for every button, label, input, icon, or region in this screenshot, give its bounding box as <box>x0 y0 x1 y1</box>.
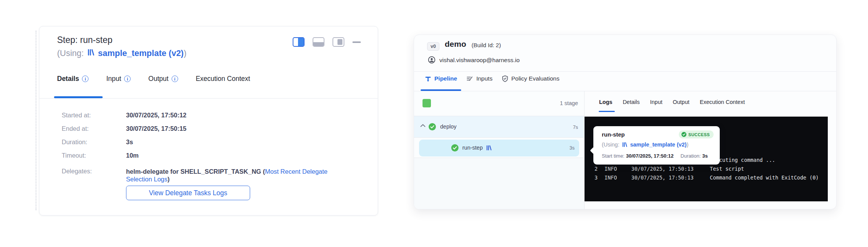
tab-output[interactable]: Output <box>673 99 689 105</box>
tab-policy-evaluations[interactable]: Policy Evaluations <box>502 75 560 82</box>
log-tabs: Logs Details Input Output Execution Cont… <box>599 99 745 105</box>
step-duration: 3s <box>570 145 575 151</box>
chevron-up-icon <box>420 124 426 127</box>
build-id: (Build Id: 2) <box>472 42 501 48</box>
info-icon[interactable]: i <box>124 76 131 82</box>
bottom-panel-icon[interactable] <box>313 37 324 47</box>
version-badge: v0 <box>427 42 439 51</box>
success-status-badge: SUCCESS <box>679 130 714 138</box>
tab-logs[interactable]: Logs <box>599 99 613 105</box>
stage-status-square[interactable] <box>423 99 431 107</box>
template-link[interactable]: sample_template (v2) <box>630 142 686 148</box>
minimize-icon[interactable] <box>352 41 361 43</box>
shield-check-icon <box>502 75 508 82</box>
split-view-icon[interactable] <box>293 37 305 47</box>
info-icon[interactable]: i <box>82 76 88 82</box>
ended-at-label: Ended at: <box>62 125 89 132</box>
ended-at-value: 30/07/2025, 17:50:15 <box>126 125 187 132</box>
user-email: vishal.vishwaroop@harness.io <box>439 57 520 64</box>
tab-pipeline[interactable]: Pipeline <box>425 75 457 82</box>
stage-duration: 7s <box>573 125 578 130</box>
right-panel-icon[interactable] <box>332 37 344 47</box>
active-tab-underline <box>421 89 461 91</box>
duration-label: Duration: <box>62 138 87 146</box>
active-tab-underline <box>599 111 615 112</box>
pipeline-title: demo <box>445 40 466 49</box>
success-check-icon <box>429 123 436 130</box>
stage-name: deploy <box>440 123 457 130</box>
template-link[interactable]: sample_template (v2) <box>98 48 184 58</box>
duration-value: 3s <box>126 138 133 146</box>
inputs-icon <box>466 75 473 82</box>
view-delegate-tasks-logs-button[interactable]: View Delegate Tasks Logs <box>126 186 250 200</box>
step-name: run-step <box>462 145 483 151</box>
started-at-label: Started at: <box>62 112 91 119</box>
log-line: 3INFO30/07/2025, 17:50:13Command complet… <box>594 173 828 182</box>
tab-input[interactable]: Input i <box>106 75 131 83</box>
step-title: Step: run-step <box>57 35 112 45</box>
divider <box>414 137 584 138</box>
started-at-value: 30/07/2025, 17:50:12 <box>126 112 187 119</box>
pipeline-icon <box>425 76 431 82</box>
timeout-value: 10m <box>126 152 139 159</box>
stage-tree: 1 stage deploy 7s run-step 3s <box>414 91 585 209</box>
divider <box>39 98 378 99</box>
tooltip-step-name: run-step <box>602 131 625 138</box>
template-icon <box>622 142 627 147</box>
panel-layout-controls <box>293 37 361 47</box>
tab-execution-context[interactable]: Execution Context <box>700 99 745 105</box>
using-prefix: (Using: <box>57 48 84 58</box>
step-details-card: Step: run-step (Using: sample_template (… <box>39 26 378 216</box>
tab-inputs[interactable]: Inputs <box>466 75 492 82</box>
delegates-label: Delegates: <box>62 168 92 175</box>
stage-count: 1 stage <box>560 100 578 106</box>
tooltip-meta: Start time: 30/07/2025, 17:50:12 Duratio… <box>602 153 708 159</box>
execution-tabs: Pipeline Inputs Policy Evaluations <box>425 75 559 82</box>
step-row-run-step[interactable]: run-step 3s <box>419 140 579 156</box>
step-using-line: (Using: sample_template (v2)) <box>57 48 187 58</box>
execution-panel: v0 demo (Build Id: 2) vishal.vishwaroop@… <box>414 35 837 209</box>
timeout-label: Timeout: <box>62 152 86 159</box>
template-icon <box>486 145 492 151</box>
log-line: 2INFO30/07/2025, 17:50:13Test script <box>594 165 828 173</box>
resize-handle[interactable] <box>36 31 36 210</box>
info-icon[interactable]: i <box>172 76 178 82</box>
divider <box>414 71 836 72</box>
step-tabs: Details i Input i Output i Execution Con… <box>57 75 250 83</box>
stage-row-deploy[interactable]: deploy 7s <box>414 116 584 137</box>
tab-execution-context[interactable]: Execution Context <box>196 75 250 83</box>
using-suffix: ) <box>183 48 186 58</box>
template-icon <box>87 48 95 58</box>
tab-details[interactable]: Details <box>623 99 640 105</box>
user-icon <box>428 56 436 65</box>
step-tooltip: run-step SUCCESS (Using: sample_template… <box>593 126 720 165</box>
tooltip-using-line: (Using: sample_template (v2)) <box>602 142 688 148</box>
tab-output[interactable]: Output i <box>148 75 178 83</box>
success-check-icon <box>681 132 686 137</box>
tab-input[interactable]: Input <box>650 99 662 105</box>
stage-tree-empty-area <box>414 158 584 209</box>
tab-details[interactable]: Details i <box>57 75 88 83</box>
delegates-value: helm-delegate for SHELL_SCRIPT_TASK_NG (… <box>126 168 337 183</box>
success-check-icon <box>451 144 459 151</box>
